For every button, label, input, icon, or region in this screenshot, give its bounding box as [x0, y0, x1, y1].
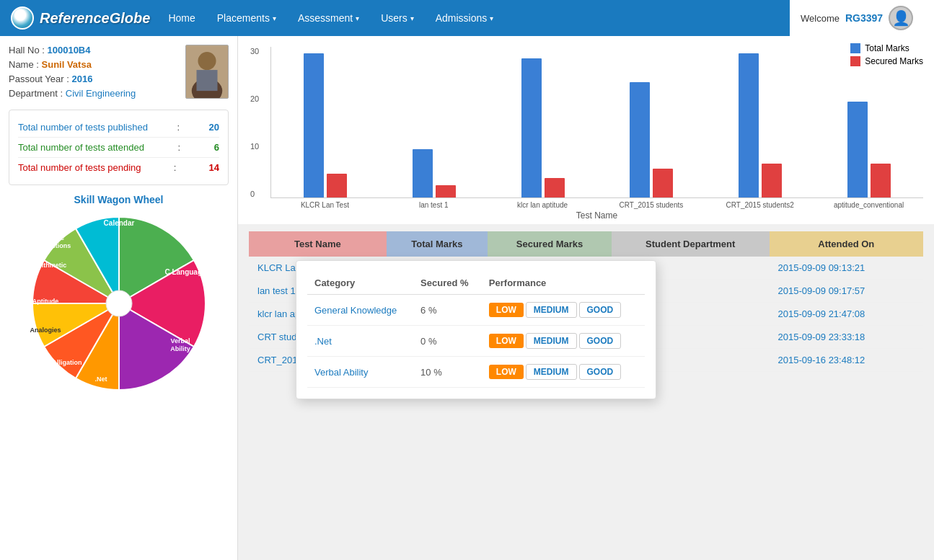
performance-badge-low[interactable]: LOW: [489, 365, 524, 379]
x-labels: KLCR Lan Testlan test 1klcr lan aptitude…: [270, 201, 923, 209]
header: ReferenceGlobe Home Placements ▾ Assessm…: [0, 0, 934, 36]
admissions-arrow-icon: ▾: [490, 14, 493, 22]
stat-attended-value: 6: [214, 142, 219, 153]
td-attendedon: 2015-09-09 21:47:08: [770, 303, 923, 326]
bar-total: [521, 58, 542, 197]
nav-users[interactable]: Users ▾: [381, 12, 414, 24]
popup-overlay: Category Secured % Performance General K…: [296, 260, 656, 399]
user-icon: 👤: [892, 9, 910, 27]
popup-row: Verbal Ability10 %LOWMEDIUMGOOD: [307, 357, 645, 388]
td-attendedon: 2015-09-09 23:33:18: [770, 326, 923, 349]
bar-chart-wrapper: 30 20 10 0 KLCR Lan Testlan test 1klcr l…: [249, 43, 923, 221]
x-label: lan test 1: [379, 201, 488, 209]
dept-value: Civil Engineering: [66, 88, 136, 99]
bar-secured: [762, 164, 782, 197]
performance-badge-low[interactable]: LOW: [489, 303, 524, 317]
passout-field: Passout Year : 2016: [9, 74, 178, 84]
hall-no-field: Hall No : 100010B4: [9, 45, 178, 55]
name-label: Name :: [9, 59, 39, 70]
svg-text:Analogies: Analogies: [30, 326, 61, 334]
welcome-username: RG3397: [845, 12, 883, 24]
td-attendedon: 2015-09-16 23:48:12: [770, 349, 923, 372]
performance-badge-medium[interactable]: MEDIUM: [526, 333, 577, 349]
popup-td-category: General Knowledge: [307, 295, 413, 326]
bar-secured: [327, 174, 347, 197]
assessment-arrow-icon: ▾: [356, 14, 359, 22]
svg-text:.Net: .Net: [94, 375, 107, 383]
popup-row: General Knowledge6 %LOWMEDIUMGOOD: [307, 295, 645, 326]
bar-group: [271, 53, 380, 197]
performance-badge-good[interactable]: GOOD: [579, 333, 622, 349]
stats-box: Total number of tests published : 20 Tot…: [9, 110, 229, 185]
nav-admissions[interactable]: Admissions ▾: [436, 12, 494, 24]
dept-label: Department :: [9, 88, 63, 99]
performance-badge-medium[interactable]: MEDIUM: [526, 302, 577, 318]
y-label-20: 20: [250, 94, 259, 103]
logo-text: ReferenceGlobe: [40, 10, 150, 27]
globe-icon: [11, 6, 34, 30]
welcome-area: Welcome RG3397 👤: [790, 0, 934, 36]
dept-field: Department : Civil Engineering: [9, 88, 178, 99]
main-nav: Home Placements ▾ Assessment ▾ Users ▾ A…: [161, 12, 790, 24]
wheel-container: Calendar C Language Verbal Ability .Net …: [9, 210, 229, 397]
popup-row: .Net0 %LOWMEDIUMGOOD: [307, 326, 645, 357]
popup-td-secured-pct: 6 %: [413, 295, 482, 326]
svg-point-1: [198, 52, 216, 70]
performance-badge-good[interactable]: GOOD: [579, 364, 622, 380]
bar-group: [597, 82, 706, 197]
bar-group: [380, 149, 489, 197]
stat-published-label: Total number of tests published: [18, 122, 148, 133]
y-axis-labels: 30 20 10 0: [250, 47, 259, 198]
passout-label: Passout Year :: [9, 74, 69, 84]
name-value: Sunil Vatsa: [42, 59, 92, 70]
skill-wheel-chart: Calendar C Language Verbal Ability .Net …: [25, 210, 213, 397]
th-studentdept: Student Department: [612, 231, 770, 257]
placements-arrow-icon: ▾: [273, 14, 276, 22]
main-content: Hall No : 100010B4 Name : Sunil Vatsa Pa…: [0, 36, 934, 560]
nav-home[interactable]: Home: [168, 12, 195, 24]
bar-group: [488, 58, 597, 197]
popup-th-performance: Performance: [482, 272, 645, 295]
bar-secured: [871, 164, 891, 197]
svg-text:Basic: Basic: [46, 234, 63, 241]
nav-assessment[interactable]: Assessment ▾: [298, 12, 359, 24]
profile-photo: [185, 45, 229, 99]
svg-text:C Language: C Language: [164, 268, 206, 276]
x-label: KLCR Lan Test: [270, 201, 379, 209]
th-testname: Test Name: [249, 231, 387, 257]
svg-text:Arithmetic: Arithmetic: [34, 262, 66, 269]
popup-td-performance: LOWMEDIUMGOOD: [482, 295, 645, 326]
popup-th-category: Category: [307, 272, 413, 295]
bar-secured: [653, 169, 673, 197]
th-totalmarks: Total Marks: [387, 231, 488, 257]
th-attendedon: Attended On: [770, 231, 923, 257]
nav-placements[interactable]: Placements ▾: [217, 12, 276, 24]
bar-secured: [436, 185, 456, 197]
stat-pending-label: Total number of tests pending: [18, 162, 141, 173]
popup-table: Category Secured % Performance General K…: [307, 272, 645, 388]
svg-text:Alligation: Alligation: [52, 359, 81, 366]
bar-group: [706, 53, 815, 197]
bar-total: [739, 53, 759, 197]
popup-td-performance: LOWMEDIUMGOOD: [482, 357, 645, 388]
x-label: klcr lan aptitude: [488, 201, 597, 209]
stat-published: Total number of tests published : 20: [18, 117, 219, 137]
performance-badge-medium[interactable]: MEDIUM: [526, 364, 577, 380]
performance-badge-good[interactable]: GOOD: [579, 302, 622, 318]
avatar[interactable]: 👤: [889, 6, 913, 30]
td-attendedon: 2015-09-09 09:13:21: [770, 257, 923, 280]
performance-badge-low[interactable]: LOW: [489, 334, 524, 348]
x-label: CRT_2015 students: [596, 201, 705, 209]
bar-total: [304, 53, 324, 197]
svg-text:Aptitude: Aptitude: [32, 298, 58, 305]
y-label-30: 30: [250, 47, 259, 55]
users-arrow-icon: ▾: [410, 14, 414, 22]
bar-secured: [545, 178, 565, 197]
bar-total: [630, 82, 650, 197]
svg-text:Verbal: Verbal: [170, 337, 190, 345]
stat-attended: Total number of tests attended : 6: [18, 137, 219, 157]
table-area: Test Name Total Marks Secured Marks Stud…: [238, 224, 934, 560]
welcome-prefix: Welcome: [801, 13, 840, 24]
svg-point-4: [106, 290, 132, 316]
hall-no-value: 100010B4: [47, 45, 90, 55]
